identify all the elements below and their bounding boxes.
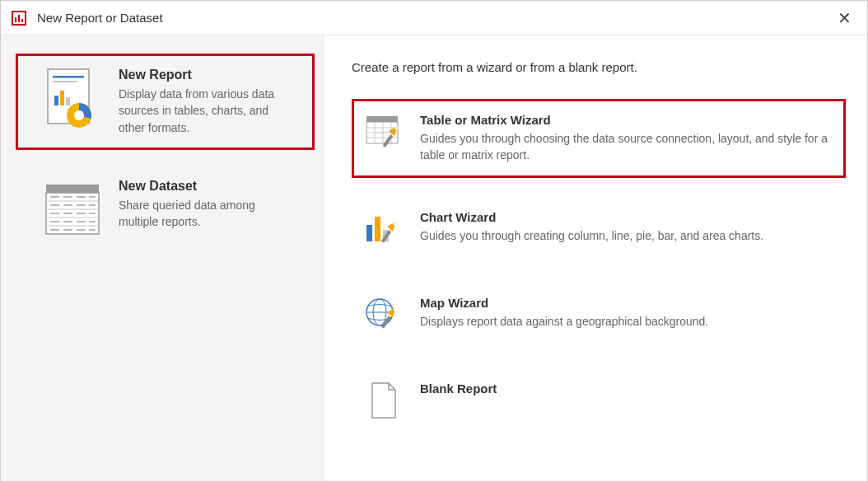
sidebar-item-title: New Report [119,68,296,82]
option-table-matrix-wizard[interactable]: Table or Matrix Wizard Guides you throug… [352,99,846,178]
svg-rect-10 [66,97,70,105]
sidebar-item-desc: Display data from various data sources i… [119,86,296,136]
option-title: Map Wizard [420,296,708,310]
dialog-body: New Report Display data from various dat… [1,35,867,481]
close-icon[interactable]: ✕ [831,5,857,31]
dataset-icon [41,179,104,241]
option-title: Table or Matrix Wizard [420,113,833,127]
svg-rect-3 [18,15,20,22]
svg-rect-2 [15,17,16,22]
main-panel: Create a report from a wizard or from a … [324,35,867,481]
option-texts: Map Wizard Displays report data against … [420,296,708,330]
main-intro: Create a report from a wizard or from a … [352,60,846,74]
option-blank-report[interactable]: Blank Report [352,367,846,435]
option-title: Chart Wizard [420,210,763,224]
svg-rect-7 [53,81,77,82]
option-desc: Guides you through creating column, line… [420,227,763,244]
table-wizard-icon [364,113,404,152]
svg-rect-8 [54,96,58,105]
option-title: Blank Report [420,381,497,395]
chart-wizard-icon [364,210,404,250]
sidebar: New Report Display data from various dat… [1,35,324,481]
svg-rect-50 [366,225,372,241]
option-map-wizard[interactable]: Map Wizard Displays report data against … [352,282,846,349]
sidebar-item-texts: New Dataset Share queried data among mul… [119,179,296,231]
option-desc: Displays report data against a geographi… [420,313,708,330]
svg-rect-9 [60,91,64,105]
svg-rect-51 [375,217,380,241]
sidebar-item-new-dataset[interactable]: New Dataset Share queried data among mul… [16,165,315,255]
sidebar-item-title: New Dataset [119,179,296,194]
svg-rect-39 [366,116,398,122]
option-texts: Chart Wizard Guides you through creating… [420,210,763,244]
sidebar-item-new-report[interactable]: New Report Display data from various dat… [16,54,315,150]
option-desc: Guides you through choosing the data sou… [420,130,833,164]
titlebar: New Report or Dataset ✕ [1,1,867,35]
blank-report-icon [364,381,404,421]
window-title: New Report or Dataset [37,11,831,25]
map-wizard-icon [364,296,404,335]
app-icon [11,10,27,26]
option-chart-wizard[interactable]: Chart Wizard Guides you through creating… [352,196,846,264]
svg-rect-13 [46,185,99,193]
svg-rect-6 [53,76,84,78]
option-texts: Blank Report [420,381,497,399]
svg-rect-4 [21,19,23,22]
sidebar-item-texts: New Report Display data from various dat… [119,68,296,136]
option-texts: Table or Matrix Wizard Guides you throug… [420,113,833,164]
report-icon [41,68,104,130]
svg-point-12 [74,110,84,120]
svg-rect-59 [381,316,391,328]
sidebar-item-desc: Share queried data among multiple report… [119,197,296,231]
